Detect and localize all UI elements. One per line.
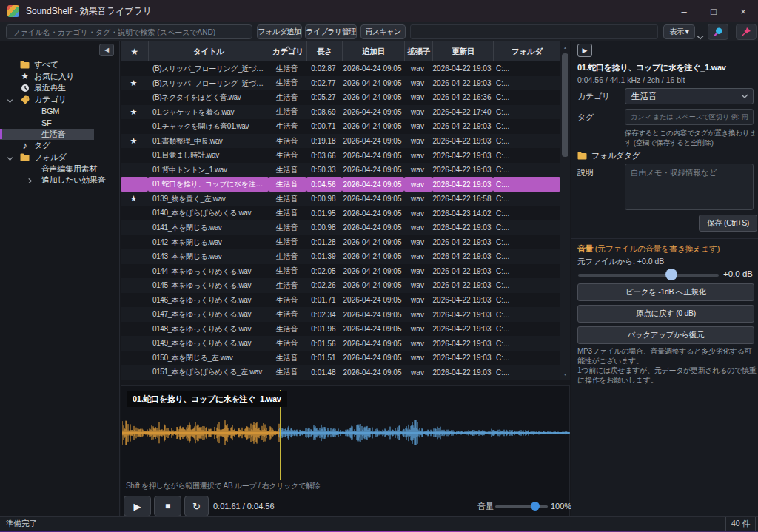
play-button[interactable]: ▶ <box>124 496 151 516</box>
secondary-input[interactable] <box>410 24 658 39</box>
cell-added: 2026-04-24 09:05 <box>342 249 404 264</box>
pin-button[interactable] <box>736 24 757 40</box>
table-row[interactable]: 0151_本をぱらぱらめくる_左.wav生活音0:01.482026-04-24… <box>121 365 560 380</box>
cell-folder: C:... <box>493 365 560 380</box>
sidebar-item-category[interactable]: カテゴリ <box>0 94 118 106</box>
chevron-down-icon <box>741 94 748 98</box>
player-volume-thumb[interactable] <box>531 502 540 511</box>
category-select[interactable]: 生活音 <box>625 88 754 104</box>
sidebar-item-folder-effects-to-add[interactable]: 追加したい効果音 <box>0 175 118 186</box>
rescan-button[interactable]: 再スキャン <box>360 24 406 39</box>
sidebar-item-all[interactable]: すべて <box>0 59 118 71</box>
table-row[interactable]: 0145_本をゆっくりめくる.wav生活音0:02.262026-04-24 0… <box>121 278 560 293</box>
scrollbar-thumb[interactable] <box>562 53 568 157</box>
cell-length: 0:01.96 <box>306 322 342 337</box>
cell-title: 01.背中トントン_1.wav <box>148 163 269 178</box>
volume-slider-thumb[interactable] <box>665 269 677 280</box>
close-button[interactable]: × <box>728 0 758 22</box>
table-row[interactable]: 0140_本をぱらぱらめくる.wav生活音0:01.952026-04-24 0… <box>121 206 560 220</box>
volume-slider[interactable] <box>578 274 719 277</box>
sidebar-item-tags[interactable]: ♪タグ <box>0 140 118 152</box>
table-row[interactable]: (B)スリッパ_フローリング_近づいてくる...生活音0:02.872026-0… <box>121 61 560 76</box>
sidebar-collapse-button[interactable]: ◀ <box>99 44 114 56</box>
cell-added: 2026-04-24 09:05 <box>342 307 404 322</box>
item-count: 40 件 <box>725 517 756 531</box>
search-input[interactable] <box>6 24 252 39</box>
folder-icon <box>20 153 30 161</box>
cell-updated: 2026-04-22 19:03 <box>432 351 493 366</box>
add-folder-button[interactable]: フォルダ追加 <box>257 24 302 39</box>
sidebar-item-category-sf[interactable]: SF <box>0 117 118 129</box>
column-header-1[interactable]: タイトル <box>148 41 269 61</box>
cell-folder: C:... <box>493 249 560 264</box>
maximize-button[interactable]: □ <box>699 0 728 22</box>
cell-category: 生活音 <box>269 163 306 178</box>
table-row[interactable]: 01.チャックを開ける音01.wav生活音0:00.712026-04-24 0… <box>121 119 560 134</box>
scroll-down-icon[interactable]: ▼ <box>560 369 570 379</box>
scroll-up-icon[interactable]: ▲ <box>560 42 570 52</box>
manage-library-button[interactable]: ライブラリ管理 <box>305 24 357 39</box>
status-text: 準備完了 <box>6 519 37 529</box>
restore-backup-button[interactable]: バックアップから復元 <box>577 326 754 344</box>
table-row[interactable]: 0141_本を閉じる.wav生活音0:00.982026-04-24 09:05… <box>121 220 560 235</box>
table-row[interactable]: ★01.ジャケットを着る.wav生活音0:08.692026-04-24 09:… <box>121 105 560 120</box>
table-row[interactable]: 0146_本をゆっくりめくる.wav生活音0:01.712026-04-24 0… <box>121 293 560 308</box>
table-row[interactable]: ★01.書類整理_中長.wav生活音0:19.182026-04-24 09:0… <box>121 134 560 149</box>
table-row[interactable]: 01.背中トントン_1.wav生活音0:50.332026-04-24 09:0… <box>121 163 560 178</box>
column-header-2[interactable]: カテゴリ <box>269 41 306 61</box>
view-button[interactable]: 表示 ▾ <box>663 24 695 39</box>
table-row[interactable]: 0149_本をゆっくりめくる.wav生活音0:01.562026-04-24 0… <box>121 336 560 351</box>
reset-gain-button[interactable]: 原点に戻す (0 dB) <box>577 305 754 323</box>
lens-icon <box>713 27 724 38</box>
cell-added: 2026-04-24 09:05 <box>342 163 404 178</box>
cell-star <box>121 177 148 192</box>
normalize-button[interactable]: ピークを -1dB へ正規化 <box>577 283 754 301</box>
table-row[interactable]: 0143_本を閉じる.wav生活音0:01.392026-04-24 09:05… <box>121 249 560 264</box>
column-header-0[interactable]: ★ <box>121 41 148 61</box>
description-label: 説明 <box>577 167 593 178</box>
column-header-5[interactable]: 拡張子 <box>404 41 432 61</box>
player-volume-slider[interactable] <box>495 505 548 508</box>
cell-updated: 2026-04-22 19:03 <box>432 119 493 134</box>
save-button[interactable]: 保存 (Ctrl+S) <box>699 215 757 232</box>
sidebar-item-category-bgm[interactable]: BGM <box>0 105 118 117</box>
table-row[interactable]: 0150_本を閉じる_左.wav生活音0:01.512026-04-24 09:… <box>121 351 560 366</box>
sidebar-item-folder-audio-edit-material[interactable]: 音声編集用素材 <box>0 163 118 175</box>
loop-button[interactable]: ↻ <box>184 496 209 516</box>
cell-length: 0:00.71 <box>306 119 342 134</box>
sidebar-item-folders[interactable]: フォルダ <box>0 152 118 164</box>
detail-panel: ▶ 01.蛇口を捻り、コップに水を注ぐ_1.wav 0:04.56 / 44.1… <box>571 41 758 516</box>
column-header-7[interactable]: フォルダ <box>493 41 560 61</box>
cell-category: 生活音 <box>269 148 306 163</box>
column-header-3[interactable]: 長さ <box>306 41 342 61</box>
cell-star <box>121 249 148 264</box>
minimize-button[interactable]: – <box>669 0 699 22</box>
table-row[interactable]: (B)ネクタイをほどく音.wav生活音0:05.272026-04-24 09:… <box>121 90 560 105</box>
table-row[interactable]: 0148_本をゆっくりめくる.wav生活音0:01.962026-04-24 0… <box>121 322 560 337</box>
pin-icon <box>741 27 751 37</box>
sidebar: ◀ すべて★お気に入り最近再生カテゴリBGMSF生活音♪タグフォルダ音声編集用素… <box>0 41 120 516</box>
tag-input[interactable] <box>625 109 754 125</box>
sidebar-item-category-daily-life[interactable]: 生活音 <box>0 129 94 141</box>
sidebar-item-recent[interactable]: 最近再生 <box>0 82 118 94</box>
column-header-4[interactable]: 追加日 <box>342 41 404 61</box>
stop-button[interactable]: ■ <box>154 496 181 516</box>
cell-updated: 2026-04-22 19:03 <box>432 76 493 91</box>
sidebar-item-favorites[interactable]: ★お気に入り <box>0 71 118 83</box>
cell-ext: wav <box>404 293 432 308</box>
table-row[interactable]: 01.目覚まし時計.wav生活音0:03.662026-04-24 09:05w… <box>121 148 560 163</box>
table-row[interactable]: 0142_本を閉じる.wav生活音0:01.282026-04-24 09:05… <box>121 235 560 250</box>
table-row[interactable]: ★(B)スリッパ_フローリング_近づいてくる...生活音0:02.772026-… <box>121 76 560 91</box>
detail-play-button[interactable]: ▶ <box>577 44 592 57</box>
table-row[interactable]: 0147_本をゆっくりめくる.wav生活音0:02.342026-04-24 0… <box>121 307 560 322</box>
lens-button[interactable] <box>708 24 728 40</box>
player-volume-percent: 100% <box>551 496 571 516</box>
table-row[interactable]: 0144_本をゆっくりめくる.wav生活音0:02.052026-04-24 0… <box>121 264 560 279</box>
table-scrollbar[interactable]: ▲ ▼ <box>560 41 570 380</box>
table-row[interactable]: ★0139_物を置く_左.wav生活音0:00.982026-04-24 09:… <box>121 192 560 206</box>
description-textarea[interactable] <box>625 164 754 210</box>
chevron-down-icon <box>7 98 13 104</box>
cell-added: 2026-04-24 09:05 <box>342 220 404 235</box>
column-header-6[interactable]: 更新日 <box>432 41 493 61</box>
table-row[interactable]: 01.蛇口を捻り、コップに水を注ぐ_1.wav生活音0:04.562026-04… <box>121 177 560 192</box>
